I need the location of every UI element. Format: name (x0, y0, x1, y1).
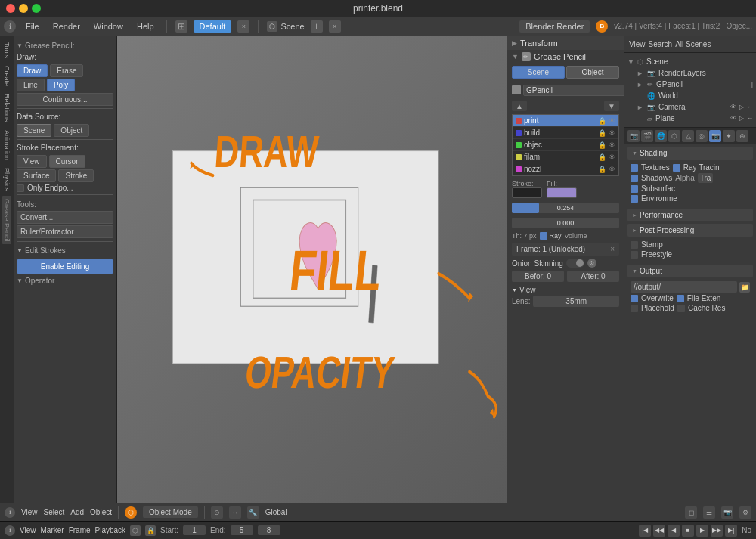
erase-btn[interactable]: Erase (50, 64, 83, 77)
viewport-select-btn[interactable]: Select (44, 508, 65, 516)
snap-icon[interactable]: 🔧 (247, 506, 259, 519)
maximize-window-btn[interactable] (32, 4, 41, 13)
scene-source-btn[interactable]: Scene (17, 124, 51, 137)
prop-icon-object[interactable]: ⬡ (668, 130, 680, 142)
layer-build[interactable]: build 🔒 👁 (513, 127, 618, 139)
textures-checkbox[interactable] (631, 164, 638, 172)
viewport-camera-icon[interactable]: 📷 (721, 506, 733, 519)
outline-view-btn[interactable]: View (629, 40, 646, 48)
post-processing-section-header[interactable]: ► Post Processing (627, 224, 753, 237)
shadows-checkbox[interactable] (631, 175, 638, 182)
after-field[interactable]: After: 0 (567, 271, 619, 282)
ray-tracing-checkbox[interactable] (673, 164, 680, 172)
shading-section-header[interactable]: ▼ Shading (627, 147, 753, 160)
menu-render[interactable]: Render (49, 20, 84, 33)
output-browse-btn[interactable]: 📁 (739, 282, 750, 293)
menu-file[interactable]: File (22, 20, 43, 33)
scene-add-icon[interactable]: + (311, 20, 323, 33)
poly-btn[interactable]: Poly (47, 79, 75, 91)
play-reverse-btn[interactable]: ◀ (668, 525, 680, 537)
frame-close-btn[interactable]: × (610, 245, 615, 253)
lens-field[interactable]: 35mm (533, 296, 619, 307)
render-engine-label[interactable]: Blender Render (519, 20, 590, 33)
camera-eye-icon[interactable]: 👁 (730, 104, 736, 110)
physics-tab[interactable]: Physics (2, 165, 11, 194)
viewport-object-btn[interactable]: Object (90, 508, 112, 516)
outline-search-btn[interactable]: Search (649, 40, 673, 48)
workspace-label[interactable]: Default (194, 20, 232, 33)
subsurface-checkbox[interactable] (631, 185, 638, 193)
cursor-btn[interactable]: Cursor (49, 155, 85, 168)
overwrite-checkbox[interactable] (631, 295, 638, 302)
placeholder-checkbox[interactable] (631, 305, 638, 312)
layer-nozzle-eye-icon[interactable]: 👁 (609, 166, 615, 173)
view-section-header[interactable]: View (512, 286, 619, 294)
tra-label[interactable]: Tra (698, 173, 714, 183)
gp-scene-btn[interactable]: Scene (512, 66, 565, 79)
minimize-window-btn[interactable] (19, 4, 28, 13)
prop-icon-physics[interactable]: ⊕ (736, 130, 748, 142)
file-extension-checkbox[interactable] (677, 295, 684, 302)
menu-help[interactable]: Help (133, 20, 158, 33)
outline-all-scenes-btn[interactable]: All Scenes (675, 40, 711, 48)
stamp-checkbox[interactable] (631, 241, 638, 249)
gp-object-btn[interactable]: Object (566, 66, 619, 79)
scene-root-item[interactable]: ▼ ⬡ Scene (627, 56, 753, 67)
prop-icon-camera[interactable]: 📷 (627, 130, 640, 142)
end2-field[interactable] (258, 525, 280, 535)
timeline-marker-btn[interactable]: Marker (41, 526, 64, 534)
view-btn[interactable]: View (17, 155, 47, 168)
prop-icon-material[interactable]: ◎ (696, 130, 708, 142)
layer-scroll-up-btn[interactable]: ▲ (512, 101, 527, 111)
play-btn[interactable]: ▶ (696, 525, 708, 537)
grease-pencil-tab[interactable]: Grease Pencil (2, 196, 11, 245)
stroke-btn[interactable]: Stroke (58, 169, 94, 182)
cache-res-checkbox[interactable] (677, 305, 685, 312)
opacity-slider-bar[interactable]: 0.254 (512, 203, 619, 213)
plane-eye-icon[interactable]: 👁 (730, 115, 736, 122)
layer-filament[interactable]: filam 🔒 👁 (513, 151, 618, 163)
object-mode-selector[interactable]: Object Mode (143, 506, 198, 518)
onion-toggle[interactable] (566, 259, 584, 268)
prop-icon-mesh[interactable]: △ (682, 130, 694, 142)
animation-tab[interactable]: Animation (2, 127, 11, 163)
viewport-shading-icon[interactable]: ◻ (685, 506, 697, 519)
timeline-playback-btn[interactable]: Playback (95, 526, 126, 534)
camera-item[interactable]: ► 📷 Camera 👁 ▷ ↔ (627, 101, 753, 113)
next-keyframe-btn[interactable]: ▶▶ (711, 525, 723, 537)
onion-settings-icon[interactable]: ⚙ (587, 259, 596, 268)
output-section-header[interactable]: ▼ Output (627, 265, 753, 277)
global-label[interactable]: Global (265, 508, 287, 516)
gpencil-item[interactable]: ► ✏ GPencil | (627, 79, 753, 90)
viewport-add-btn[interactable]: Add (70, 508, 84, 516)
menu-window[interactable]: Window (90, 20, 127, 33)
timeline-view-btn[interactable]: View (20, 526, 36, 534)
gp-name-field[interactable] (523, 85, 625, 96)
layer-print[interactable]: print 🔒 👁 (513, 115, 618, 127)
prop-icon-world[interactable]: 🌐 (655, 130, 667, 142)
performance-section-header[interactable]: ► Performance (627, 209, 753, 221)
jump-end-btn[interactable]: ▶| (725, 525, 737, 537)
end-field[interactable] (231, 525, 253, 535)
layer-print-eye-icon[interactable]: 👁 (609, 117, 615, 125)
layer-object-eye-icon[interactable]: 👁 (609, 141, 615, 149)
workspace-add-icon[interactable]: ⊞ (175, 20, 187, 33)
fill-opacity-slider-bar[interactable]: 0.000 (512, 218, 619, 228)
only-endpoints-checkbox[interactable] (17, 184, 24, 192)
start-field[interactable] (183, 525, 206, 535)
ray-checkbox-box[interactable] (540, 232, 547, 240)
render-layers-item[interactable]: ► 📷 RenderLayers (627, 67, 753, 79)
workspace-close-icon[interactable]: × (237, 20, 249, 33)
object-source-btn[interactable]: Object (54, 124, 89, 137)
fill-color-swatch[interactable] (547, 187, 577, 198)
output-path-field[interactable]: //output/ (631, 281, 737, 293)
surface-btn[interactable]: Surface (17, 169, 56, 182)
stroke-color-swatch[interactable] (512, 187, 542, 198)
layer-object[interactable]: objec 🔒 👁 (513, 139, 618, 151)
viewport-view-btn[interactable]: View (21, 508, 38, 516)
enable-editing-btn[interactable]: Enable Editing (17, 259, 113, 274)
prev-keyframe-btn[interactable]: ◀◀ (653, 525, 665, 537)
layer-scroll-down-btn[interactable]: ▼ (604, 101, 619, 111)
layer-filament-eye-icon[interactable]: 👁 (609, 153, 615, 161)
ruler-btn[interactable]: Ruler/Protractor (17, 225, 113, 238)
